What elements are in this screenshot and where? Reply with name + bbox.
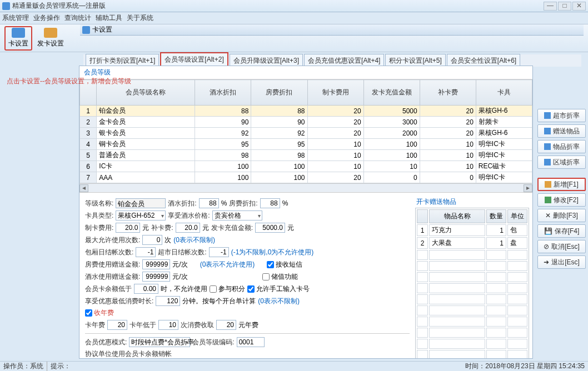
app-icon [82, 26, 90, 34]
annual-low-label: 卡年低于 [129, 320, 156, 330]
gift-title: 开卡赠送物品 [415, 196, 529, 208]
topup-input[interactable]: 5000.0 [255, 223, 285, 233]
level-code-input[interactable]: 0001 [237, 337, 265, 347]
table-row[interactable]: 3银卡会员929220200020果核GH-6 [80, 128, 532, 139]
menu-business[interactable]: 业务操作 [33, 13, 60, 23]
mkt-rate-button[interactable]: 超市折率 [537, 109, 586, 122]
app-icon [2, 2, 10, 10]
annual-fee-input[interactable]: 20 [107, 320, 127, 330]
topup-label: 发卡充值金额: [211, 223, 253, 233]
menubar: 系统管理 业务操作 查询统计 辅助工具 关于系统 [0, 12, 588, 24]
table-row[interactable]: 4铜卡会员95951010010明华IC卡 [80, 139, 532, 150]
minimize-button[interactable]: — [544, 2, 557, 11]
gift-header: 数量 [486, 209, 506, 223]
balance-low-label: 会员卡余额低于 [85, 284, 132, 294]
annual-collect-input[interactable]: 20 [216, 320, 236, 330]
issue-icon [44, 28, 57, 38]
mkt-rate-icon [544, 112, 551, 119]
wine-price-select[interactable]: 贵宾价格 [212, 210, 262, 220]
manual-card-checkbox[interactable] [247, 285, 255, 293]
horizontal-scrollbar[interactable]: ◂ ▸ [79, 183, 532, 192]
min-spend-input[interactable]: 120 [156, 296, 180, 306]
table-row[interactable]: 5普通会员98981010010明华IC卡 [80, 150, 532, 161]
exit-button[interactable]: ➜ 退出[Esc] [537, 255, 586, 269]
daily-shop-label: 超市日结帐次数: [158, 248, 206, 257]
level-name-label: 等级名称: [85, 199, 113, 208]
room-disc-input[interactable]: 88 [260, 198, 280, 208]
refill-fee-label: 补卡费: [151, 223, 173, 233]
annual-fee-checkbox[interactable] [85, 309, 92, 317]
scroll-left-icon[interactable]: ◂ [79, 184, 88, 192]
delete-button[interactable]: ✕ 删除[F3] [537, 209, 586, 222]
save-button[interactable]: 💾 保存[F4] [537, 224, 586, 238]
new-button[interactable]: 新增[F1] [537, 178, 586, 191]
edit-button[interactable]: 修改[F2] [537, 193, 586, 207]
disc-mode-select[interactable]: 时段钟点费*会员折率 [129, 337, 190, 347]
level-name-input[interactable]: 铂金会员 [116, 198, 166, 208]
wine-disc-input[interactable]: 88 [199, 198, 219, 208]
gift-item-button[interactable]: 赠送物品 [537, 124, 586, 138]
status-time: 时间：2018年08月23日 星期四 15:24:35 [465, 362, 585, 371]
gift-header: 单位 [507, 209, 527, 223]
edit-icon [545, 197, 551, 203]
make-fee-input[interactable]: 20.0 [116, 223, 140, 233]
grid-header: 房费折扣 [251, 80, 307, 106]
refill-fee-input[interactable]: 20.0 [176, 223, 200, 233]
daily-room-label: 包厢日结帐次数: [85, 248, 133, 257]
max-use-input[interactable]: 0 [142, 235, 162, 245]
toolbar-card-setting[interactable]: 卡设置 [4, 26, 32, 51]
list-item[interactable]: 1巧克力1包 [417, 224, 527, 236]
annotation-note: 点击卡设置--会员等级设置，新增会员等级 [7, 77, 131, 86]
area-rate-icon [544, 159, 551, 166]
table-row[interactable]: 7AAA1001002000明华IC卡 [80, 172, 532, 183]
card-type-select[interactable]: 果核GH-652 [116, 210, 166, 220]
recv-sms-checkbox[interactable] [267, 261, 274, 268]
menu-about[interactable]: 关于系统 [127, 13, 153, 23]
menu-system[interactable]: 系统管理 [2, 13, 29, 23]
grid-header: 补卡费 [420, 80, 476, 106]
status-operator: 操作员：系统 [3, 362, 43, 371]
gift-panel: 开卡赠送物品 物品名称数量单位1巧克力1包2大果盘1盘 [415, 196, 529, 355]
section-title: 会员等级 [79, 66, 532, 79]
status-tip: 提示： [47, 362, 71, 371]
daily-room-input[interactable]: -1 [136, 247, 156, 257]
cancel-button[interactable]: ⊘ 取消[Esc] [537, 240, 586, 253]
note-unlimited: (0表示不限制) [173, 235, 215, 245]
gift-item-icon [544, 128, 551, 134]
table-row[interactable]: 1铂金会员888820500020果核GH-6 [80, 106, 532, 117]
maximize-button[interactable]: □ [558, 2, 571, 11]
room-gift-input[interactable]: 999999 [142, 259, 170, 269]
menu-tools[interactable]: 辅助工具 [96, 13, 122, 23]
table-row[interactable]: 6IC卡100100101010REC磁卡 [80, 161, 532, 172]
card-icon [12, 28, 25, 38]
grid-header: 卡具 [476, 80, 532, 106]
store-func-checkbox[interactable] [262, 273, 270, 280]
daily-shop-input[interactable]: -1 [209, 247, 229, 257]
scroll-right-icon[interactable]: ▸ [524, 184, 532, 192]
close-button[interactable]: ✕ [572, 2, 586, 11]
agreement-label: 协议单位使用会员卡余额销帐 [85, 349, 172, 358]
balance-low-input[interactable]: 0.00 [134, 284, 158, 294]
grid-header: 酒水折扣 [195, 80, 251, 106]
toolbar-issue-setting[interactable]: 发卡设置 [37, 26, 64, 51]
subwindow-titlebar: 卡设置 [80, 24, 584, 36]
item-rate-button[interactable]: 物品折率 [537, 140, 586, 153]
menu-query[interactable]: 查询统计 [64, 13, 91, 23]
new-icon [545, 181, 551, 188]
note-neg1: (-1为不限制,0为不允许使用) [231, 248, 314, 257]
wine-gift-input[interactable]: 999999 [142, 272, 170, 282]
annual-fee-label: 卡年费 [85, 320, 105, 330]
gift-grid[interactable]: 物品名称数量单位1巧克力1包2大果盘1盘 [415, 208, 529, 358]
area-rate-button[interactable]: 区域折率 [537, 156, 586, 169]
titlebar: 精通量贩会员管理系统—注册版 — □ ✕ [0, 0, 588, 12]
table-row[interactable]: 2金卡会员909020300020射频卡 [80, 117, 532, 128]
list-item[interactable]: 2大果盘1盘 [417, 237, 527, 249]
card-type-label: 卡具类型: [85, 211, 113, 220]
member-level-grid[interactable]: 会员等级名称酒水折扣房费折扣制卡费用发卡充值金额补卡费卡具1铂金会员888820… [79, 79, 532, 193]
room-gift-label: 房费使用赠送金额: [85, 260, 140, 269]
note-unlimited2: (0表示不限制) [258, 297, 300, 306]
annual-low-input[interactable]: 10 [158, 320, 178, 330]
level-code-label: 会员等级编码: [192, 338, 234, 347]
join-points-checkbox[interactable] [210, 285, 217, 293]
note-noallow: (0表示不允许使用) [200, 260, 255, 269]
